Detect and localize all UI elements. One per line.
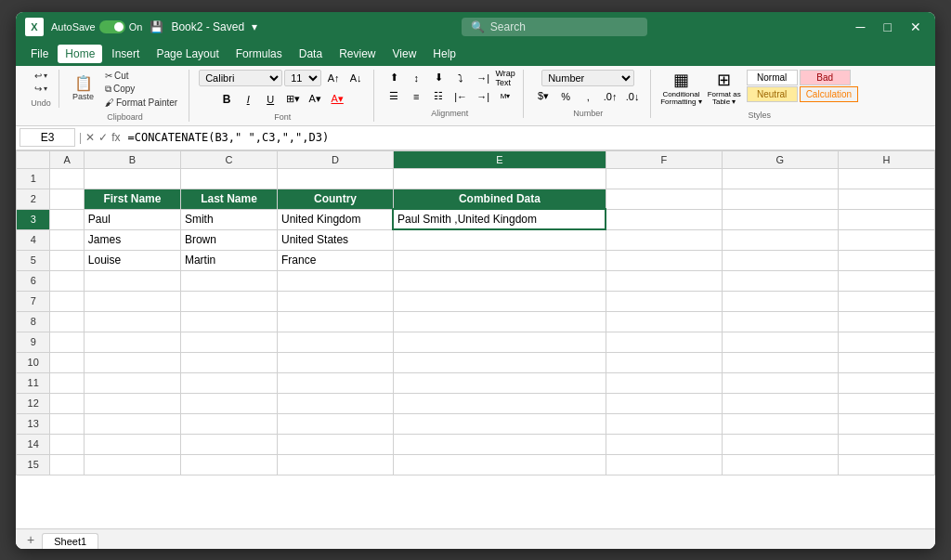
menu-data[interactable]: Data [292, 45, 330, 63]
cell-D14[interactable] [278, 434, 394, 454]
accounting-button[interactable]: $▾ [533, 88, 554, 105]
sheet-table-container[interactable]: A B C D E F G H 12First NameLast NameCou… [16, 150, 935, 528]
cell-E6[interactable] [393, 270, 606, 291]
cell-F9[interactable] [606, 332, 722, 352]
cell-E2[interactable]: Combined Data [393, 189, 606, 209]
cell-H11[interactable] [838, 372, 934, 393]
decrease-indent-button[interactable]: |← [450, 88, 471, 105]
cell-E7[interactable] [393, 291, 606, 311]
cell-C13[interactable] [180, 413, 277, 434]
cell-A9[interactable] [50, 332, 84, 352]
cell-H13[interactable] [838, 413, 934, 434]
row-number-5[interactable]: 5 [17, 250, 50, 270]
cell-B7[interactable] [84, 291, 180, 311]
minimize-button[interactable]: ─ [852, 20, 870, 34]
cell-B5[interactable]: Louise [84, 250, 180, 270]
bold-button[interactable]: B [217, 90, 236, 109]
cell-D11[interactable] [278, 372, 394, 393]
cell-G4[interactable] [722, 229, 838, 250]
cell-G13[interactable] [722, 413, 838, 434]
font-name-select[interactable]: Calibri [199, 70, 282, 86]
cell-D15[interactable] [278, 454, 394, 475]
cell-A5[interactable] [50, 250, 84, 270]
row-number-6[interactable]: 6 [17, 270, 50, 291]
cell-G11[interactable] [722, 372, 838, 393]
cell-H15[interactable] [838, 454, 934, 475]
cell-G2[interactable] [722, 189, 838, 209]
format-painter-button[interactable]: 🖌 Format Painter [101, 97, 181, 109]
cell-D6[interactable] [278, 270, 394, 291]
cell-A3[interactable] [50, 209, 84, 229]
cell-E8[interactable] [393, 311, 606, 332]
cell-H1[interactable] [838, 168, 934, 189]
cell-D8[interactable] [278, 311, 394, 332]
cell-G14[interactable] [722, 434, 838, 454]
indent-increase-button[interactable]: →| [473, 70, 493, 86]
cell-C12[interactable] [180, 393, 277, 413]
normal-style[interactable]: Normal [747, 70, 798, 85]
cell-G5[interactable] [722, 250, 838, 270]
merge-center-button[interactable]: M▾ [495, 88, 515, 105]
cell-F14[interactable] [606, 434, 722, 454]
cell-D4[interactable]: United States [278, 229, 394, 250]
cell-F1[interactable] [606, 168, 722, 189]
cell-C6[interactable] [180, 270, 277, 291]
cancel-formula-icon[interactable]: ✕ [85, 131, 95, 144]
cell-H10[interactable] [838, 352, 934, 372]
cell-F10[interactable] [606, 352, 722, 372]
row-number-14[interactable]: 14 [17, 434, 50, 454]
cell-B3[interactable]: Paul [84, 209, 180, 229]
menu-review[interactable]: Review [332, 45, 383, 63]
cell-F15[interactable] [606, 454, 722, 475]
cell-A1[interactable] [50, 168, 84, 189]
cell-E11[interactable] [393, 372, 606, 393]
cell-A12[interactable] [50, 393, 84, 413]
cell-B8[interactable] [84, 311, 180, 332]
font-size-select[interactable]: 11 [284, 70, 321, 86]
redo-button[interactable]: ↪ ▾ [31, 83, 51, 95]
cell-E9[interactable] [393, 332, 606, 352]
cell-C9[interactable] [180, 332, 277, 352]
cell-B4[interactable]: James [84, 229, 180, 250]
cut-button[interactable]: ✂ Cut [101, 70, 181, 82]
cell-F11[interactable] [606, 372, 722, 393]
autosave-toggle[interactable] [99, 20, 125, 33]
increase-decimal-button[interactable]: .0↑ [600, 88, 620, 105]
fill-color-button[interactable]: A▾ [305, 91, 325, 108]
cell-G12[interactable] [722, 393, 838, 413]
cell-D2[interactable]: Country [278, 189, 394, 209]
cell-A14[interactable] [50, 434, 84, 454]
cell-B12[interactable] [84, 393, 180, 413]
col-header-b[interactable]: B [84, 150, 180, 168]
bad-style[interactable]: Bad [800, 70, 851, 85]
cell-F8[interactable] [606, 311, 722, 332]
border-button[interactable]: ⊞▾ [282, 91, 303, 108]
cell-B10[interactable] [84, 352, 180, 372]
cell-C4[interactable]: Brown [180, 229, 277, 250]
cell-D1[interactable] [278, 168, 394, 189]
cell-F12[interactable] [606, 393, 722, 413]
align-bottom-button[interactable]: ⬇ [428, 70, 449, 86]
cell-C11[interactable] [180, 372, 277, 393]
cell-A8[interactable] [50, 311, 84, 332]
row-number-7[interactable]: 7 [17, 291, 50, 311]
cell-D12[interactable] [278, 393, 394, 413]
cell-E5[interactable] [393, 250, 606, 270]
cell-A7[interactable] [50, 291, 84, 311]
add-sheet-button[interactable]: + [20, 530, 42, 549]
decrease-font-button[interactable]: A↓ [345, 70, 366, 86]
cell-E10[interactable] [393, 352, 606, 372]
cell-E4[interactable] [393, 229, 606, 250]
cell-C10[interactable] [180, 352, 277, 372]
align-middle-button[interactable]: ↕ [406, 70, 426, 86]
cell-C5[interactable]: Martin [180, 250, 277, 270]
row-number-3[interactable]: 3 [17, 209, 50, 229]
comma-button[interactable]: , [578, 88, 598, 105]
cell-E12[interactable] [393, 393, 606, 413]
cell-H7[interactable] [838, 291, 934, 311]
row-number-9[interactable]: 9 [17, 332, 50, 352]
cell-D9[interactable] [278, 332, 394, 352]
copy-button[interactable]: ⧉ Copy [101, 83, 181, 96]
cell-F2[interactable] [606, 189, 722, 209]
cell-H4[interactable] [838, 229, 934, 250]
